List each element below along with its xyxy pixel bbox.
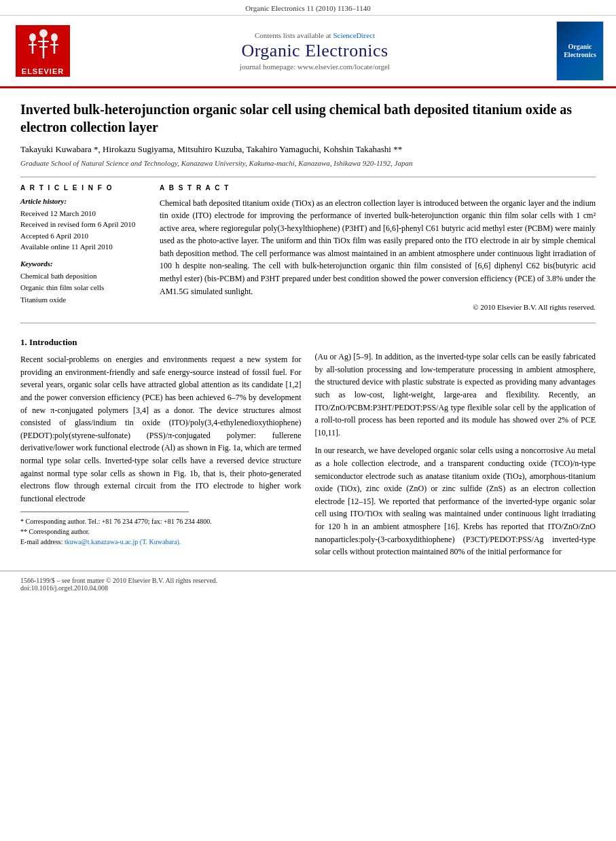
article-info-header: A R T I C L E I N F O [20, 184, 146, 192]
footnote-2: ** Corresponding author. [20, 526, 302, 537]
journal-citation: Organic Electronics 11 (2010) 1136–1140 [245, 4, 370, 12]
top-bar: Organic Electronics 11 (2010) 1136–1140 [0, 0, 616, 16]
intro-paragraph-2: (Au or Ag) [5–9]. In addition, as the in… [315, 351, 596, 439]
keyword-1: Chemical bath deposition [20, 270, 146, 283]
elsevier-tree-icon [24, 28, 62, 63]
article-title: Inverted bulk-heterojunction organic sol… [20, 101, 596, 136]
issn-line: 1566-1199/$ – see front matter © 2010 El… [20, 577, 596, 584]
svg-point-7 [39, 29, 48, 37]
article-content: Inverted bulk-heterojunction organic sol… [0, 88, 616, 571]
footnote-1: * Corresponding author. Tel.: +81 76 234… [20, 516, 302, 526]
available-date: Available online 11 April 2010 [20, 241, 146, 253]
journal-title: Organic Electronics [80, 41, 549, 61]
journal-homepage: journal homepage: www.elsevier.com/locat… [80, 62, 549, 71]
body-left-col: 1. Introduction Recent social-problems o… [20, 330, 302, 558]
abstract-col: A B S T R A C T Chemical bath deposited … [160, 184, 596, 314]
contents-available: Contents lists available at ScienceDirec… [80, 31, 549, 39]
divider-1 [20, 177, 596, 177]
body-section: 1. Introduction Recent social-problems o… [20, 330, 596, 558]
authors: Takayuki Kuwabara *, Hirokazu Sugiyama, … [20, 143, 596, 156]
elsevier-logo-graphic [16, 25, 70, 66]
sciencedirect-link[interactable]: ScienceDirect [333, 31, 375, 39]
page-footer: 1566-1199/$ – see front matter © 2010 El… [0, 571, 616, 597]
keyword-3: Titanium oxide [20, 294, 146, 306]
elsevier-wordmark: ELSEVIER [16, 66, 70, 77]
footnote-email: E-mail address: tkuwa@t.kanazawa-u.ac.jp… [20, 537, 302, 547]
abstract-header: A B S T R A C T [160, 184, 596, 192]
email-link[interactable]: tkuwa@t.kanazawa-u.ac.jp (T. Kuwabara). [65, 538, 181, 545]
intro-paragraph-3: In our research, we have developed organ… [315, 444, 596, 558]
article-info-col: A R T I C L E I N F O Article history: R… [20, 184, 146, 314]
journal-header: ELSEVIER Contents lists available at Sci… [0, 16, 616, 88]
history-label: Article history: [20, 197, 146, 205]
svg-point-1 [29, 33, 36, 41]
elsevier-logo: ELSEVIER [12, 25, 73, 77]
divider-2 [20, 323, 596, 323]
intro-title-text: Introduction [29, 337, 77, 347]
abstract-text: Chemical bath deposited titanium oxide (… [160, 197, 596, 314]
doi-line: doi:10.1016/j.orgel.2010.04.008 [20, 584, 596, 592]
body-right-col: (Au or Ag) [5–9]. In addition, as the in… [315, 330, 596, 558]
cover-title: OrganicElectronics [564, 43, 596, 59]
keywords-label: Keywords: [20, 260, 146, 268]
svg-point-8 [51, 33, 58, 41]
intro-section-title: 1. Introduction [20, 337, 302, 348]
footnote-divider [20, 512, 189, 512]
copyright-notice: © 2010 Elsevier B.V. All rights reserved… [160, 302, 596, 313]
intro-paragraph-1: Recent social-problems on energies and e… [20, 353, 302, 505]
journal-cover: OrganicElectronics [556, 21, 604, 81]
affiliation: Graduate School of Natural Science and T… [20, 159, 596, 167]
info-abstract-section: A R T I C L E I N F O Article history: R… [20, 184, 596, 314]
keyword-2: Organic thin film solar cells [20, 282, 146, 294]
revised-date: Received in revised form 6 April 2010 [20, 219, 146, 230]
received-date: Received 12 March 2010 [20, 208, 146, 219]
accepted-date: Accepted 6 April 2010 [20, 230, 146, 242]
journal-center-info: Contents lists available at ScienceDirec… [80, 31, 549, 71]
